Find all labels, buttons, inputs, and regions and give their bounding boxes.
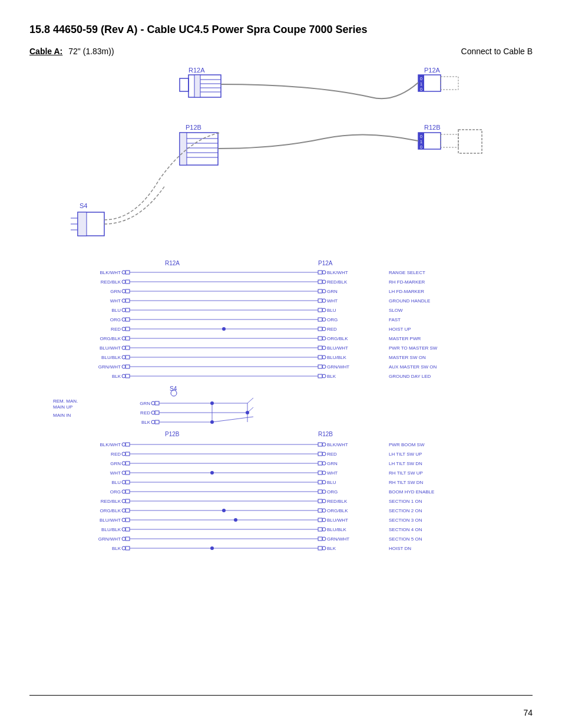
svg-rect-172	[125, 452, 130, 456]
svg-text:BOOM HYD ENABLE: BOOM HYD ENABLE	[389, 489, 434, 495]
svg-rect-188	[125, 471, 130, 475]
svg-point-105	[122, 346, 125, 350]
svg-text:GRN: GRN	[327, 461, 338, 466]
svg-text:R12A: R12A	[189, 67, 205, 74]
svg-point-234	[322, 518, 326, 522]
svg-point-149	[151, 411, 155, 414]
svg-text:SLOW: SLOW	[389, 308, 403, 313]
svg-point-109	[322, 346, 326, 350]
svg-text:BLK: BLK	[112, 546, 121, 551]
svg-text:GRN/WHT: GRN/WHT	[98, 536, 121, 542]
svg-text:BLU/BLK: BLU/BLK	[101, 527, 121, 532]
svg-rect-205	[125, 490, 130, 493]
svg-text:0: 0	[420, 77, 422, 81]
svg-rect-73	[125, 308, 130, 312]
svg-point-76	[322, 308, 326, 312]
schematic-svg: R12A P12A BLK/WHT BLK/WHT RANGE SELECT R…	[29, 256, 536, 598]
svg-point-200	[322, 480, 326, 484]
svg-text:SECTION 4 ON: SECTION 4 ON	[389, 527, 422, 532]
svg-rect-191	[318, 471, 322, 475]
svg-text:R12B: R12B	[424, 124, 441, 131]
svg-rect-89	[125, 327, 130, 331]
svg-rect-57	[125, 289, 130, 293]
svg-point-48	[122, 280, 125, 284]
svg-point-72	[122, 308, 125, 312]
svg-point-238	[122, 528, 125, 531]
svg-rect-124	[318, 365, 322, 368]
svg-text:BLU/WHT: BLU/WHT	[327, 518, 348, 523]
svg-text:ORG/BLK: ORG/BLK	[327, 336, 348, 341]
cable-info-row: Cable A: 72" (1.83m)) Connect to Cable B	[29, 47, 533, 56]
svg-text:BLU/WHT: BLU/WHT	[327, 345, 348, 351]
svg-point-208	[322, 490, 326, 493]
svg-rect-98	[125, 337, 130, 340]
svg-point-192	[322, 471, 326, 475]
svg-text:ORG: ORG	[110, 489, 121, 495]
svg-point-242	[322, 528, 326, 531]
svg-rect-224	[318, 509, 322, 512]
svg-rect-81	[125, 318, 130, 321]
svg-rect-207	[318, 490, 322, 493]
svg-text:RED/BLK: RED/BLK	[101, 499, 121, 504]
svg-rect-150	[155, 411, 159, 414]
svg-point-64	[122, 299, 125, 302]
svg-rect-164	[125, 443, 130, 446]
svg-text:BLK: BLK	[327, 374, 336, 379]
svg-rect-30	[458, 130, 482, 153]
svg-point-40	[122, 271, 125, 274]
svg-text:WHT: WHT	[327, 298, 338, 304]
svg-text:BLK/WHT: BLK/WHT	[327, 270, 348, 275]
svg-line-153	[247, 407, 253, 413]
svg-rect-67	[318, 299, 322, 302]
svg-text:RED: RED	[327, 452, 337, 457]
svg-rect-182	[318, 462, 322, 465]
svg-text:BLU: BLU	[111, 308, 121, 313]
schematic-diagram: R12A P12A BLK/WHT BLK/WHT RANGE SELECT R…	[29, 256, 533, 598]
svg-text:BLU: BLU	[327, 480, 336, 485]
svg-rect-233	[318, 518, 322, 522]
svg-text:BLK/WHT: BLK/WHT	[327, 442, 348, 447]
svg-point-129	[122, 374, 125, 378]
svg-point-88	[122, 327, 125, 331]
svg-point-216	[322, 499, 326, 503]
svg-text:BLK: BLK	[327, 546, 336, 551]
svg-text:AUX MASTER SW ON: AUX MASTER SW ON	[389, 364, 437, 370]
svg-point-175	[322, 452, 326, 456]
svg-text:WHT: WHT	[110, 470, 121, 476]
svg-text:MASTER PWR: MASTER PWR	[389, 336, 421, 341]
svg-rect-59	[318, 289, 322, 293]
svg-text:RED: RED	[111, 452, 121, 457]
svg-text:LH FD-MARKER: LH FD-MARKER	[389, 289, 424, 294]
svg-point-60	[322, 289, 326, 293]
svg-point-171	[122, 452, 125, 456]
svg-text:RANGE SELECT: RANGE SELECT	[389, 270, 425, 275]
svg-rect-174	[318, 452, 322, 456]
svg-point-68	[322, 299, 326, 302]
svg-text:BLU/BLK: BLU/BLK	[101, 355, 121, 360]
svg-point-163	[122, 443, 125, 446]
svg-text:R12A: R12A	[165, 260, 180, 266]
svg-point-84	[322, 318, 326, 321]
svg-point-155	[151, 420, 155, 424]
svg-rect-41	[125, 271, 130, 274]
svg-point-220	[122, 509, 125, 512]
svg-rect-230	[125, 518, 130, 522]
page-container: 15.8 44650-59 (Rev A) - Cable UC4.5 Powe…	[0, 0, 562, 728]
svg-text:RH TILT SW DN: RH TILT SW DN	[389, 480, 423, 485]
svg-text:MAIN UP: MAIN UP	[53, 404, 72, 410]
svg-line-159	[212, 417, 253, 422]
svg-text:GRN: GRN	[110, 289, 121, 294]
svg-rect-51	[318, 280, 322, 284]
svg-point-225	[322, 509, 326, 512]
svg-text:BLU/BLK: BLU/BLK	[327, 527, 347, 532]
svg-text:RED/BLK: RED/BLK	[327, 499, 348, 504]
svg-text:P12A: P12A	[424, 67, 441, 74]
svg-text:BLU/BLK: BLU/BLK	[327, 355, 347, 360]
svg-text:WHT: WHT	[327, 470, 338, 476]
svg-text:ORG: ORG	[327, 317, 338, 322]
svg-rect-2	[194, 75, 200, 97]
cable-a-label: Cable A:	[29, 47, 62, 56]
svg-point-257	[210, 546, 214, 550]
svg-text:RED: RED	[111, 327, 121, 332]
svg-text:HOIST DN: HOIST DN	[389, 546, 411, 551]
